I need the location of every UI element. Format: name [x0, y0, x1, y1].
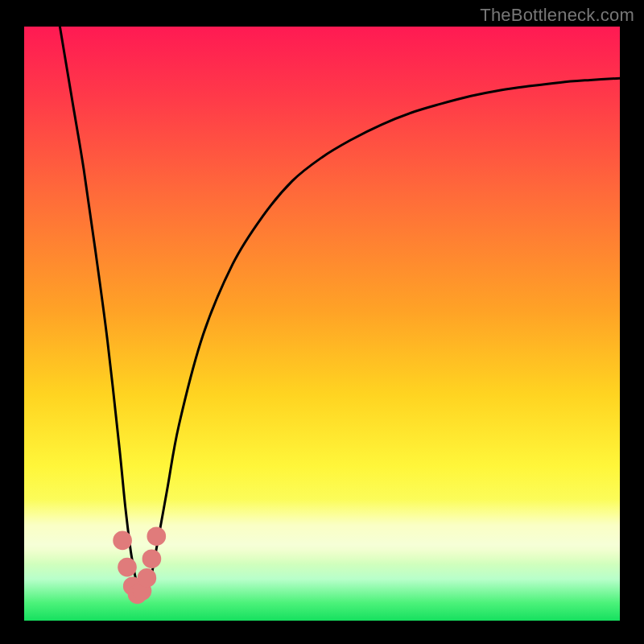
dip-highlight-dots: [113, 526, 166, 604]
chart-svg: [24, 27, 620, 621]
dip-dot: [118, 558, 137, 577]
dip-dot: [147, 526, 167, 546]
bottleneck-curve-path: [60, 27, 620, 597]
dip-dot: [113, 531, 132, 551]
chart-frame: [24, 27, 620, 621]
dip-dot: [138, 568, 157, 588]
watermark-text: TheBottleneck.com: [480, 5, 634, 26]
dip-dot: [142, 549, 162, 568]
